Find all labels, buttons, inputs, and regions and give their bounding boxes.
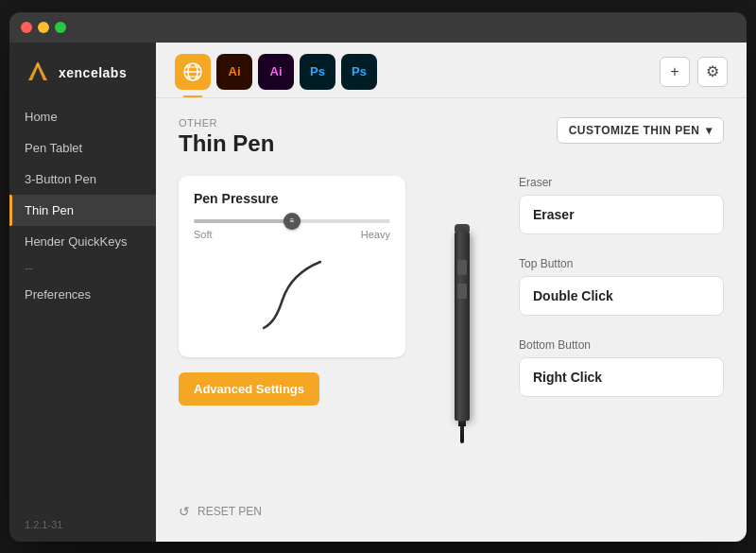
toolbar-actions: + ⚙ [660, 57, 728, 87]
customize-label: CUSTOMIZE THIN PEN [569, 124, 700, 137]
main-body: Pen Pressure Soft Heavy [179, 176, 724, 493]
bottom-button-config: Bottom Button Right Click [519, 338, 724, 397]
app-icons: Ai Ai Ps Ps [175, 54, 377, 90]
dropdown-chevron-icon: ▾ [706, 124, 713, 137]
ps2-label: Ps [352, 64, 367, 78]
sidebar-item-home[interactable]: Home [9, 101, 156, 132]
page-subtitle: OTHER [179, 117, 274, 129]
top-button-config: Top Button Double Click [519, 257, 724, 316]
ps1-label: Ps [310, 64, 325, 78]
pen-bottom-button [457, 284, 467, 299]
toolbar: Ai Ai Ps Ps + ⚙ [156, 43, 747, 98]
pen-pressure-card: Pen Pressure Soft Heavy [179, 176, 405, 357]
left-panel: Pen Pressure Soft Heavy [179, 176, 405, 493]
globe-icon [182, 61, 203, 82]
eraser-config: Eraser Eraser [519, 176, 724, 234]
sidebar-item-pen-tablet[interactable]: Pen Tablet [9, 132, 156, 164]
minimize-button[interactable] [38, 22, 49, 33]
sidebar-item-thin-pen[interactable]: Thin Pen [9, 195, 156, 226]
bottom-button-label: Bottom Button [519, 338, 724, 352]
reset-icon: ↺ [179, 504, 190, 519]
reset-label: RESET PEN [198, 505, 262, 518]
content-area: xencelabs Home Pen Tablet 3-Button Pen T… [9, 43, 747, 542]
pen-visual [455, 224, 470, 443]
logo-text: xencelabs [59, 65, 127, 80]
pressure-track [194, 219, 390, 223]
logo-icon [25, 60, 51, 86]
ai2-label: Ai [270, 64, 283, 78]
page-title: Thin Pen [179, 130, 274, 157]
close-button[interactable] [21, 22, 32, 33]
soft-label: Soft [194, 229, 213, 240]
main-window: xencelabs Home Pen Tablet 3-Button Pen T… [9, 12, 747, 542]
eraser-value[interactable]: Eraser [519, 195, 724, 234]
page-header: OTHER Thin Pen CUSTOMIZE THIN PEN ▾ [179, 117, 724, 157]
pressure-labels: Soft Heavy [194, 229, 390, 240]
version-label: 1.2.1-31 [9, 508, 156, 542]
advanced-settings-button[interactable]: Advanced Settings [179, 372, 319, 406]
page-title-area: OTHER Thin Pen [179, 117, 274, 157]
sidebar-item-preferences[interactable]: Preferences [9, 279, 156, 310]
top-button-label: Top Button [519, 257, 724, 270]
pen-pressure-title: Pen Pressure [194, 191, 390, 206]
traffic-lights [21, 22, 66, 33]
sidebar-item-3-button-pen[interactable]: 3-Button Pen [9, 164, 156, 195]
heavy-label: Heavy [361, 229, 390, 240]
right-panel: Eraser Eraser Top Button Double Click Bo… [519, 176, 724, 493]
pressure-thumb[interactable] [284, 213, 301, 230]
pen-body [455, 232, 470, 421]
titlebar [9, 12, 747, 43]
app-icon-ps2[interactable]: Ps [341, 54, 377, 90]
pen-image-area [434, 176, 490, 493]
ai1-label: Ai [229, 64, 241, 78]
pen-top-button [457, 260, 467, 275]
pressure-fill [194, 219, 292, 223]
app-icon-ps1[interactable]: Ps [300, 54, 335, 90]
sidebar-item-hender-quickkeys[interactable]: Hender QuickKeys [9, 226, 156, 257]
settings-button[interactable]: ⚙ [697, 57, 728, 87]
reset-pen-area[interactable]: ↺ RESET PEN [179, 493, 724, 523]
bottom-button-value[interactable]: Right Click [519, 357, 724, 397]
svg-point-2 [36, 63, 40, 67]
customize-dropdown[interactable]: CUSTOMIZE THIN PEN ▾ [557, 117, 724, 144]
pen-tip [460, 426, 464, 443]
sidebar-nav: Home Pen Tablet 3-Button Pen Thin Pen He… [9, 101, 156, 508]
main-area: Ai Ai Ps Ps + ⚙ [156, 43, 747, 542]
page-content: OTHER Thin Pen CUSTOMIZE THIN PEN ▾ Pen … [156, 98, 747, 542]
add-button[interactable]: + [660, 57, 690, 87]
sidebar: xencelabs Home Pen Tablet 3-Button Pen T… [9, 43, 156, 542]
pressure-slider-container[interactable] [194, 219, 390, 223]
eraser-label: Eraser [519, 176, 724, 189]
app-icon-ai2[interactable]: Ai [258, 54, 294, 90]
top-button-value[interactable]: Double Click [519, 276, 724, 316]
sidebar-separator: -- [9, 257, 156, 279]
pen-cap [455, 224, 470, 232]
app-icon-globe[interactable] [175, 54, 211, 90]
logo-area: xencelabs [9, 52, 156, 101]
app-icon-ai1[interactable]: Ai [216, 54, 252, 90]
maximize-button[interactable] [55, 22, 66, 33]
pen-curve [194, 248, 390, 342]
pressure-curve-chart [245, 252, 339, 337]
